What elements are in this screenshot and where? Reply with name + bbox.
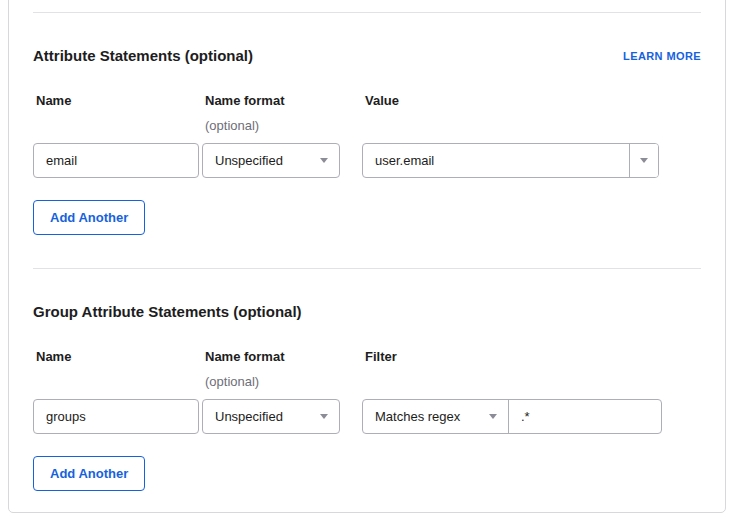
- group-filter-type-select[interactable]: Matches regex: [363, 400, 509, 433]
- name-format-column-label: Name format: [202, 349, 362, 364]
- attribute-value-combobox: [362, 143, 659, 178]
- name-format-optional-note: (optional): [202, 118, 362, 134]
- add-another-attribute-button[interactable]: Add Another: [33, 200, 145, 235]
- attribute-statement-row: Unspecified: [33, 143, 701, 178]
- section-divider: [33, 12, 701, 13]
- section-divider: [33, 268, 701, 269]
- attribute-statements-column-headers: Name Name format (optional) Value: [33, 93, 701, 134]
- group-attribute-statements-column-headers: Name Name format (optional) Filter: [33, 349, 701, 390]
- learn-more-link[interactable]: LEARN MORE: [623, 48, 701, 64]
- attribute-name-format-value: Unspecified: [215, 153, 283, 168]
- add-another-group-attribute-button[interactable]: Add Another: [33, 456, 145, 491]
- attribute-name-format-select[interactable]: Unspecified: [202, 143, 340, 178]
- group-attribute-statements-section: Group Attribute Statements (optional) Na…: [33, 302, 701, 491]
- chevron-down-icon: [320, 414, 328, 419]
- value-column-label: Value: [362, 93, 701, 108]
- group-attribute-name-format-select[interactable]: Unspecified: [202, 399, 340, 434]
- filter-column-label: Filter: [362, 349, 701, 364]
- saml-settings-card: Attribute Statements (optional) LEARN MO…: [8, 0, 726, 513]
- group-attribute-statement-row: Unspecified Matches regex: [33, 399, 701, 434]
- name-column-label: Name: [33, 93, 202, 108]
- chevron-down-icon: [320, 158, 328, 163]
- name-format-column-label: Name format: [202, 93, 362, 108]
- attribute-value-dropdown-button[interactable]: [629, 144, 658, 177]
- group-filter-type-value: Matches regex: [375, 409, 460, 424]
- group-filter-value-input[interactable]: [509, 400, 661, 433]
- attribute-statements-title: Attribute Statements (optional): [33, 46, 253, 66]
- attribute-name-input[interactable]: [33, 143, 199, 178]
- name-format-optional-note: (optional): [202, 374, 362, 390]
- group-attribute-name-format-value: Unspecified: [215, 409, 283, 424]
- name-column-label: Name: [33, 349, 202, 364]
- group-attribute-name-input[interactable]: [33, 399, 199, 434]
- chevron-down-icon: [489, 414, 497, 419]
- attribute-value-input[interactable]: [363, 144, 629, 177]
- group-attribute-statements-title: Group Attribute Statements (optional): [33, 302, 302, 322]
- attribute-statements-section: Attribute Statements (optional) LEARN MO…: [33, 46, 701, 235]
- group-filter-combobox: Matches regex: [362, 399, 662, 434]
- chevron-down-icon: [640, 158, 648, 163]
